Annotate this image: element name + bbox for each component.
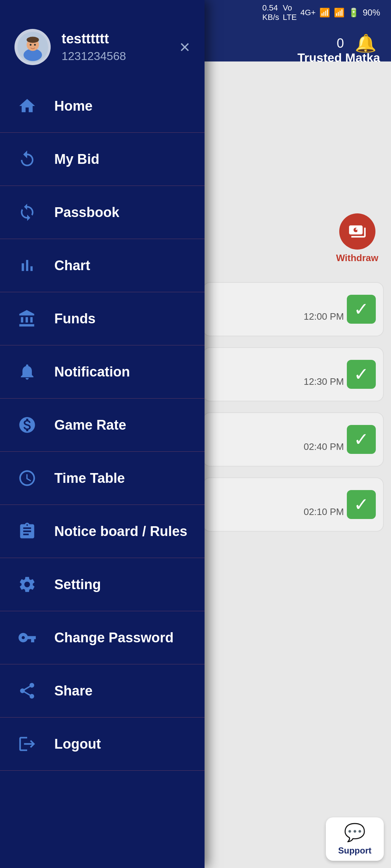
check-icon-2: ✓ — [347, 360, 376, 389]
app-title: Trusted Matka — [297, 51, 380, 65]
check-icon-4: ✓ — [347, 490, 376, 519]
nav-item-notice-board[interactable]: Notice board / Rules — [0, 505, 205, 558]
nav-label-passbook: Passbook — [54, 205, 119, 220]
home-icon — [14, 93, 40, 119]
battery-percent: 90% — [363, 8, 380, 18]
withdraw-button[interactable]: Withdraw — [336, 213, 378, 264]
nav-label-time-table: Time Table — [54, 471, 125, 486]
bell-icon — [14, 359, 40, 384]
share-icon — [14, 678, 40, 703]
status-icons: 0.54KB/s VoLTE 4G+ 📶 📶 🔋 90% — [262, 3, 380, 22]
bar-chart-icon — [14, 253, 40, 278]
drawer-header: testttttt 1231234568 × — [0, 0, 205, 80]
signal-bars-1: 📶 — [319, 8, 330, 18]
clipboard-icon — [14, 519, 40, 544]
clock-rotate-icon — [14, 146, 40, 172]
support-button[interactable]: 💬 Support — [326, 817, 384, 861]
logout-icon — [14, 731, 40, 757]
nav-label-home: Home — [54, 98, 93, 114]
bank-icon — [14, 306, 40, 331]
user-phone: 1231234568 — [62, 50, 126, 63]
withdraw-icon — [339, 213, 375, 250]
card-2: ✓ — [203, 347, 384, 401]
nav-label-notification: Notification — [54, 364, 130, 380]
nav-label-logout: Logout — [54, 736, 101, 752]
nav-list: Home My Bid Passbook Chart — [0, 80, 205, 771]
nav-item-logout[interactable]: Logout — [0, 718, 205, 771]
nav-item-home[interactable]: Home — [0, 80, 205, 133]
nav-label-notice-board: Notice board / Rules — [54, 524, 187, 539]
app-background: 0 🔔 Trusted Matka Withdraw ✓ 12:00 PM ✓ … — [196, 0, 391, 868]
nav-label-game-rate: Game Rate — [54, 417, 126, 433]
navigation-drawer: testttttt 1231234568 × Home My Bid P — [0, 0, 205, 868]
svg-point-7 — [30, 44, 31, 46]
nav-item-time-table[interactable]: Time Table — [0, 452, 205, 505]
nav-item-my-bid[interactable]: My Bid — [0, 133, 205, 186]
nav-label-change-password: Change Password — [54, 630, 173, 646]
clock-icon — [14, 465, 40, 491]
avatar — [14, 29, 51, 65]
card-4: ✓ — [203, 477, 384, 532]
signal-bars-2: 📶 — [334, 8, 345, 18]
check-icon-1: ✓ — [347, 295, 376, 324]
svg-point-8 — [34, 44, 35, 46]
support-label: Support — [338, 846, 371, 856]
nav-label-my-bid: My Bid — [54, 152, 100, 167]
key-icon — [14, 625, 40, 650]
card-3-time: 02:40 PM — [304, 441, 344, 452]
nav-item-setting[interactable]: Setting — [0, 558, 205, 611]
nav-label-funds: Funds — [54, 311, 96, 327]
signal-4g: 4G+ — [300, 8, 316, 17]
nav-item-passbook[interactable]: Passbook — [0, 186, 205, 239]
dollar-circle-icon — [14, 412, 40, 438]
gear-icon — [14, 572, 40, 597]
card-1: ✓ — [203, 282, 384, 336]
nav-label-share: Share — [54, 683, 93, 699]
network-speed: 0.54KB/s — [262, 3, 279, 22]
nav-item-chart[interactable]: Chart — [0, 239, 205, 292]
support-icon: 💬 — [344, 822, 366, 843]
check-icon-3: ✓ — [347, 425, 376, 454]
nav-label-setting: Setting — [54, 577, 101, 592]
exchange-icon — [14, 200, 40, 225]
withdraw-label: Withdraw — [336, 252, 378, 264]
user-info: testttttt 1231234568 — [62, 31, 126, 63]
network-type: VoLTE — [283, 3, 297, 22]
nav-item-share[interactable]: Share — [0, 664, 205, 718]
balance-text: 0 — [337, 36, 344, 51]
user-section: testttttt 1231234568 — [14, 29, 126, 65]
card-1-time: 12:00 PM — [304, 311, 344, 322]
nav-item-change-password[interactable]: Change Password — [0, 611, 205, 664]
username: testttttt — [62, 31, 126, 47]
nav-item-game-rate[interactable]: Game Rate — [0, 399, 205, 452]
card-4-time: 02:10 PM — [304, 506, 344, 518]
card-3: ✓ — [203, 412, 384, 467]
battery-icon: 🔋 — [348, 8, 359, 18]
nav-label-chart: Chart — [54, 258, 90, 273]
svg-point-6 — [26, 37, 39, 43]
card-2-time: 12:30 PM — [304, 376, 344, 387]
nav-item-notification[interactable]: Notification — [0, 345, 205, 399]
nav-item-funds[interactable]: Funds — [0, 292, 205, 345]
close-drawer-button[interactable]: × — [180, 38, 190, 56]
